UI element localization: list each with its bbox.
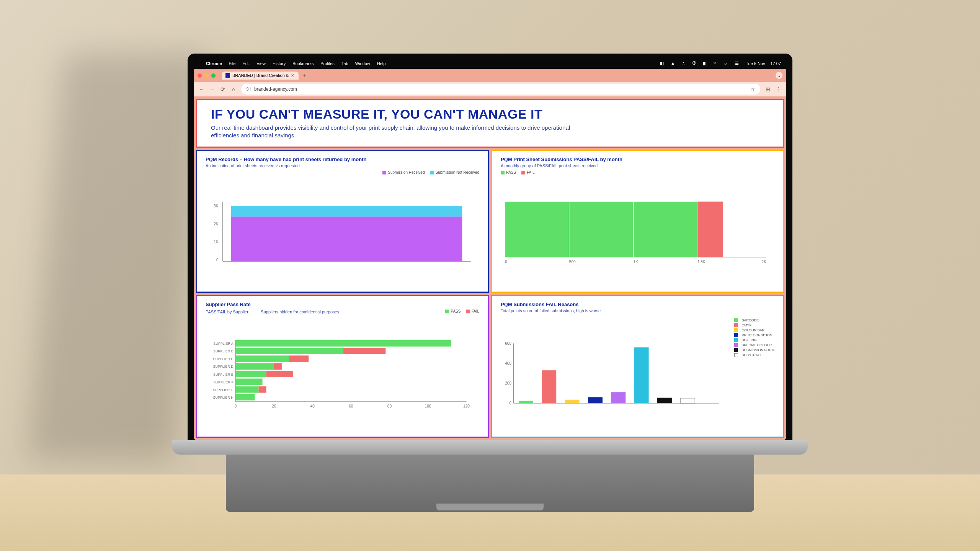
card-subtitle: Total points score of failed submissions… (501, 308, 774, 313)
svg-rect-35 (235, 386, 258, 393)
new-tab-button[interactable]: + (301, 72, 309, 79)
browser-tab[interactable]: BRANDED | Brand Creation & ✕ (222, 72, 299, 80)
extensions-icon[interactable]: ⊞ (765, 86, 771, 92)
laptop-hinge (172, 440, 808, 455)
bookmark-icon[interactable]: ☆ (751, 86, 755, 92)
svg-text:SUPPLIER D: SUPPLIER D (213, 365, 234, 368)
svg-text:80: 80 (387, 404, 392, 408)
status-icon[interactable]: ◧ (660, 61, 665, 66)
svg-text:60: 60 (349, 404, 353, 408)
wifi-icon[interactable]: ⌔ (714, 61, 719, 66)
search-icon[interactable]: ⌕ (724, 61, 730, 66)
chart-legend: BARCODECMYKCOLOUR BARPRINT CONDITIONSEAL… (734, 318, 774, 358)
legend-label: Submission Received (388, 170, 425, 174)
svg-text:0: 0 (234, 404, 237, 408)
svg-text:2K: 2K (761, 259, 766, 264)
status-icon[interactable]: ▲ (671, 61, 676, 66)
hero-title: IF YOU CAN'T MEASURE IT, YOU CAN'T MANAG… (211, 107, 769, 122)
window-controls (198, 73, 216, 78)
svg-text:SUPPLIER E: SUPPLIER E (213, 372, 234, 376)
app-name[interactable]: Chrome (206, 61, 222, 66)
svg-rect-54 (519, 401, 533, 403)
menu-edit[interactable]: Edit (242, 61, 250, 66)
svg-rect-60 (657, 398, 672, 403)
svg-rect-56 (565, 399, 580, 403)
menu-profiles[interactable]: Profiles (320, 61, 335, 66)
close-tab-icon[interactable]: ✕ (291, 73, 295, 78)
back-button[interactable]: ← (198, 86, 204, 92)
svg-rect-21 (235, 348, 343, 354)
legend-swatch (734, 343, 738, 347)
svg-text:500: 500 (569, 259, 576, 264)
svg-rect-10 (569, 202, 634, 257)
legend-label: CMYK (742, 323, 751, 327)
legend-swatch (734, 348, 738, 352)
legend-label: FAIL (527, 170, 535, 174)
chart-pass-fail-month: 0 500 1K 1.5K 2K (501, 177, 774, 286)
legend-swatch (734, 338, 738, 342)
svg-rect-12 (697, 202, 723, 257)
svg-rect-9 (505, 202, 569, 257)
forward-button[interactable]: → (209, 86, 215, 92)
address-bar[interactable]: ⓘ branded-agency.com ☆ (241, 84, 760, 95)
tab-dropdown-icon[interactable]: ⌄ (776, 72, 782, 79)
svg-rect-7 (231, 206, 462, 217)
card-subtitle: A monthly group of PASS/FAIL print sheet… (501, 163, 774, 168)
legend-swatch (501, 171, 505, 174)
legend-swatch (734, 318, 738, 322)
svg-text:400: 400 (505, 361, 511, 365)
record-icon[interactable]: ⦿ (692, 61, 697, 66)
legend-label: SUBSTRATE (742, 353, 762, 357)
screen: Chrome File Edit View History Bookmarks … (194, 58, 786, 440)
favicon (225, 73, 230, 78)
card-title: PQM Records – How many have had print sh… (206, 156, 479, 162)
control-center-icon[interactable]: ☰ (735, 61, 740, 66)
svg-text:100: 100 (425, 404, 431, 408)
menu-file[interactable]: File (229, 61, 236, 66)
card-note: Suppliers hidden for confidential purpos… (261, 310, 340, 314)
status-icon[interactable]: ⛬ (681, 61, 687, 66)
svg-text:120: 120 (463, 404, 470, 408)
menu-history[interactable]: History (273, 61, 286, 66)
svg-text:3K: 3K (214, 204, 219, 208)
legend-swatch (734, 323, 738, 327)
url-text: branded-agency.com (254, 86, 297, 92)
menu-help[interactable]: Help (377, 61, 386, 66)
chart-fail-reasons: BARCODECMYKCOLOUR BARPRINT CONDITIONSEAL… (501, 315, 774, 431)
svg-text:SUPPLIER F: SUPPLIER F (214, 380, 234, 384)
site-info-icon[interactable]: ⓘ (247, 86, 251, 93)
legend-swatch (734, 328, 738, 332)
screen-bezel: Chrome File Edit View History Bookmarks … (188, 54, 792, 440)
maximize-window-button[interactable] (211, 73, 216, 78)
svg-text:SUPPLIER G: SUPPLIER G (213, 388, 234, 392)
battery-icon[interactable]: ▮▯ (703, 61, 708, 66)
svg-text:2K: 2K (214, 222, 219, 226)
svg-rect-27 (235, 363, 274, 370)
card-fail-reasons: PQM Submissions FAIL Reasons Total point… (491, 295, 784, 438)
menu-view[interactable]: View (256, 61, 266, 66)
minimize-window-button[interactable] (204, 73, 209, 78)
svg-rect-19 (235, 340, 451, 347)
legend-label: Submission Not Received (436, 170, 480, 174)
svg-text:SUPPLIER A: SUPPLIER A (214, 342, 234, 346)
home-button[interactable]: ⌂ (230, 86, 237, 92)
legend-label: SEALING (742, 338, 756, 342)
card-pass-fail-month: PQM Print Sheet Submissions PASS/FAIL by… (491, 150, 784, 293)
menubar-date[interactable]: Tue 5 Nov (746, 61, 765, 66)
svg-text:1K: 1K (214, 240, 219, 244)
legend-label: PASS (506, 170, 516, 174)
svg-rect-24 (235, 355, 289, 362)
svg-text:0: 0 (505, 259, 507, 264)
macos-menubar: Chrome File Edit View History Bookmarks … (194, 58, 786, 69)
menu-tab[interactable]: Tab (341, 61, 348, 66)
reload-button[interactable]: ⟳ (220, 86, 226, 92)
close-window-button[interactable] (198, 73, 202, 78)
menu-bookmarks[interactable]: Bookmarks (292, 61, 314, 66)
menu-window[interactable]: Window (355, 61, 370, 66)
legend-label: COLOUR BAR (742, 328, 764, 332)
menu-icon[interactable]: ⋮ (776, 86, 782, 92)
menubar-time[interactable]: 17:07 (770, 61, 781, 66)
svg-rect-55 (542, 370, 556, 403)
svg-text:600: 600 (505, 341, 511, 346)
svg-rect-31 (266, 371, 293, 377)
